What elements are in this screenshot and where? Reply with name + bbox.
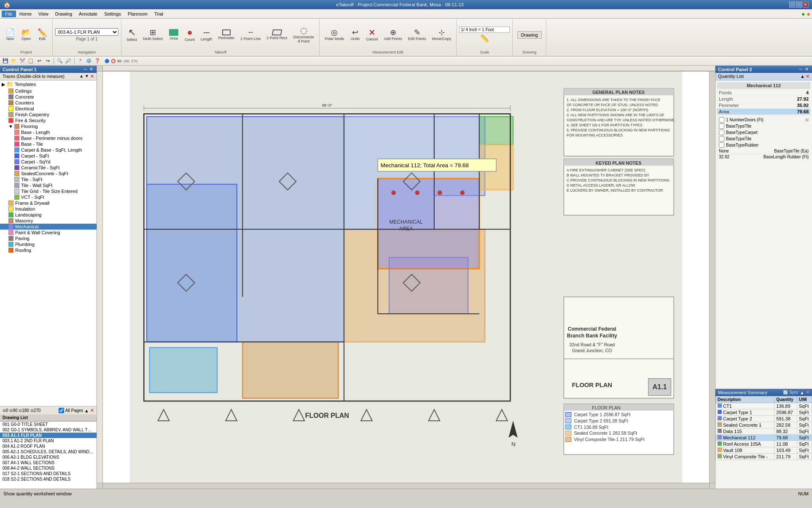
- landscaping-item[interactable]: Landscaping: [0, 212, 97, 218]
- menu-drawing[interactable]: Drawing: [52, 11, 75, 17]
- carpet-sqyd-item[interactable]: Carpet - SqYd: [0, 159, 97, 165]
- settings-icon-btn[interactable]: ⚙️: [85, 57, 93, 65]
- numberdoors-check[interactable]: [719, 117, 724, 123]
- drawing-004[interactable]: 004 A1-2 ROOF PLAN: [0, 444, 97, 449]
- pointer-icon-btn[interactable]: 🖱️: [77, 57, 84, 65]
- basetypetile-check[interactable]: [719, 123, 724, 129]
- frame-drywall-item[interactable]: Frame & Drywall: [0, 200, 97, 206]
- plumbing-item[interactable]: Plumbing: [0, 241, 97, 247]
- drawing-005[interactable]: 005 A2-1 SCHEDULES, DETAILS, AND WINDOW-: [0, 449, 97, 455]
- traces-close[interactable]: ✕: [90, 74, 94, 79]
- menu-home[interactable]: Home: [16, 11, 35, 17]
- paste-icon-btn[interactable]: 📋: [27, 57, 35, 65]
- meas-row-carpet1[interactable]: Carpet Type 1 2596.87 SqFt: [716, 409, 812, 416]
- drawing-selector[interactable]: 003 A1-1 FLR PLAN: [55, 28, 118, 36]
- all-pages-check[interactable]: [59, 408, 64, 413]
- counters-item[interactable]: Counters: [0, 100, 97, 106]
- drawing-003-1[interactable]: 003.1 A1-2 2ND FLR PLAN: [0, 438, 97, 444]
- masonry-item[interactable]: Masonry: [0, 218, 97, 224]
- scrollbar-vertical[interactable]: [709, 72, 715, 483]
- meas-row-vault108[interactable]: Vault 108 103.49 SqFt: [716, 447, 812, 454]
- folder-icon-btn[interactable]: 📁: [10, 57, 18, 65]
- ceramictile-item[interactable]: CeramicTile - SqFt: [0, 165, 97, 171]
- scrollbar-horizontal[interactable]: [103, 483, 709, 489]
- cut-icon-btn[interactable]: ✂️: [19, 57, 26, 65]
- paving-item[interactable]: Paving: [0, 235, 97, 241]
- drawing-003[interactable]: 003 A1-1 FLR PLAN: [0, 433, 97, 438]
- drawing-006[interactable]: 006 A3-1 BLDG ELEVATIONS: [0, 455, 97, 460]
- undo-button[interactable]: ↩ Undo: [347, 22, 363, 48]
- drawing-007[interactable]: 007 A4-1 WALL SECTIONS: [0, 460, 97, 465]
- drawing-008[interactable]: 008 A4-2 WALL SECTIONS: [0, 465, 97, 471]
- select-button[interactable]: ↖ Select: [124, 22, 140, 48]
- mechanical-item[interactable]: Mechanical: [0, 224, 97, 230]
- maximize-button[interactable]: □: [796, 2, 802, 8]
- basetypecarpet-check[interactable]: [719, 130, 724, 135]
- zoom-out-icon-btn[interactable]: 🔎: [65, 57, 72, 65]
- basetyperubber-check[interactable]: [719, 142, 724, 148]
- save-icon-btn[interactable]: 💾: [2, 57, 9, 65]
- canvas-area[interactable]: Mechanical 112; Total Area = 79.68 N FLO…: [103, 72, 709, 483]
- edit-button[interactable]: ✏️ Edit: [35, 22, 50, 48]
- qty-list-close[interactable]: ✕: [806, 74, 809, 79]
- drawing-list-close[interactable]: ✕: [90, 408, 94, 413]
- meas-row-roof105[interactable]: Roof Access 105A 11.08 SqFt: [716, 441, 812, 447]
- menu-view[interactable]: View: [35, 11, 52, 17]
- move-copy-button[interactable]: ⊹ Move/Copy: [430, 22, 454, 48]
- fire-security-item[interactable]: Fire & Security: [0, 118, 97, 123]
- drawing-002[interactable]: 002 G0-1 SYMBOLS, ABBREV, AND WALL TYPES: [0, 427, 97, 433]
- minimize-button[interactable]: ─: [789, 2, 795, 8]
- flooring-item[interactable]: ▼ Flooring: [0, 123, 97, 129]
- meas-row-mech112[interactable]: Mechanical 112 79.68 SqFt: [716, 435, 812, 441]
- drawing-018[interactable]: 018 S2-2 SECTIONS AND DETAILS: [0, 476, 97, 482]
- count-button[interactable]: ● Count: [182, 22, 197, 48]
- scale-input[interactable]: [459, 27, 510, 33]
- finish-carpentry-item[interactable]: Finish Carpentry: [0, 112, 97, 118]
- left-panel-close[interactable]: ✕: [89, 67, 94, 72]
- templates-root[interactable]: ▶ 📁 Templates: [0, 80, 97, 88]
- area-button[interactable]: Area: [166, 22, 181, 48]
- traces-up[interactable]: ▲: [79, 74, 83, 79]
- menu-annotate[interactable]: Annotate: [75, 11, 101, 17]
- help-icon-btn[interactable]: ❓: [94, 57, 101, 65]
- paint-wall-item[interactable]: Paint & Wall Covering: [0, 230, 97, 235]
- length-button[interactable]: ─ Length: [198, 22, 215, 48]
- meas-summary-up[interactable]: ▲: [800, 390, 804, 395]
- base-perimeter-item[interactable]: Base - Perimeter minus doors: [0, 135, 97, 141]
- ceilings-item[interactable]: Ceilings: [0, 88, 97, 94]
- concrete-item[interactable]: Concrete: [0, 94, 97, 100]
- vct-item[interactable]: VCT - SqFt: [0, 194, 97, 200]
- insulation-item[interactable]: Insulation: [0, 206, 97, 212]
- disconnected-point-button[interactable]: ◌ Disconnected Point: [290, 22, 317, 48]
- undo-icon-btn[interactable]: ↩: [35, 57, 43, 65]
- menu-settings[interactable]: Settings: [101, 11, 124, 17]
- menu-trial[interactable]: Trial: [151, 11, 167, 17]
- add-points-button[interactable]: ⊕ Add Points: [381, 22, 405, 48]
- meas-row-sealed[interactable]: Sealed Concrete 1 282.58 SqFt: [716, 422, 812, 428]
- redo-icon-btn[interactable]: ↪: [44, 57, 51, 65]
- cancel-button[interactable]: ✕ Cancel: [363, 22, 380, 48]
- edit-points-button[interactable]: ✎ Edit Points: [406, 22, 429, 48]
- new-button[interactable]: 📄 New: [3, 22, 18, 48]
- drawing-list-up[interactable]: ▲: [84, 408, 89, 413]
- basetypetile2-check[interactable]: [719, 136, 724, 142]
- polar-mode-button[interactable]: ◎ Polar Mode: [322, 22, 347, 48]
- right-panel-close[interactable]: ✕: [804, 67, 809, 72]
- drawing-017[interactable]: 017 S2-1 SECTIONS AND DETAILS: [0, 471, 97, 476]
- roofing-item[interactable]: Roofing: [0, 247, 97, 253]
- base-length-item[interactable]: Base - Length: [0, 129, 97, 135]
- 2point-rect-button[interactable]: 2 Point Rect: [264, 22, 290, 48]
- tile-wall-item[interactable]: Tile - Wall SqFt: [0, 182, 97, 188]
- menu-planroom[interactable]: Planroom: [124, 11, 151, 17]
- carpet-sqft-item[interactable]: Carpet - SqFt: [0, 153, 97, 159]
- meas-summary-close[interactable]: ✕: [806, 390, 809, 395]
- traces-down[interactable]: ▼: [85, 74, 89, 79]
- sealedconcrete-item[interactable]: SealedConcrete - SqFt: [0, 171, 97, 176]
- menu-file[interactable]: File: [2, 11, 16, 17]
- carpet-base-item[interactable]: Carpet & Base - SqFt, Length: [0, 147, 97, 153]
- tile-grid-item[interactable]: Tile Grid - Tile Size Entered: [0, 188, 97, 194]
- close-button[interactable]: ✕: [803, 2, 809, 8]
- base-tile-item[interactable]: Base - Tile: [0, 141, 97, 147]
- perimeter-button[interactable]: Perimeter: [216, 22, 237, 48]
- multi-select-button[interactable]: ⊞ Multi-Select: [140, 22, 165, 48]
